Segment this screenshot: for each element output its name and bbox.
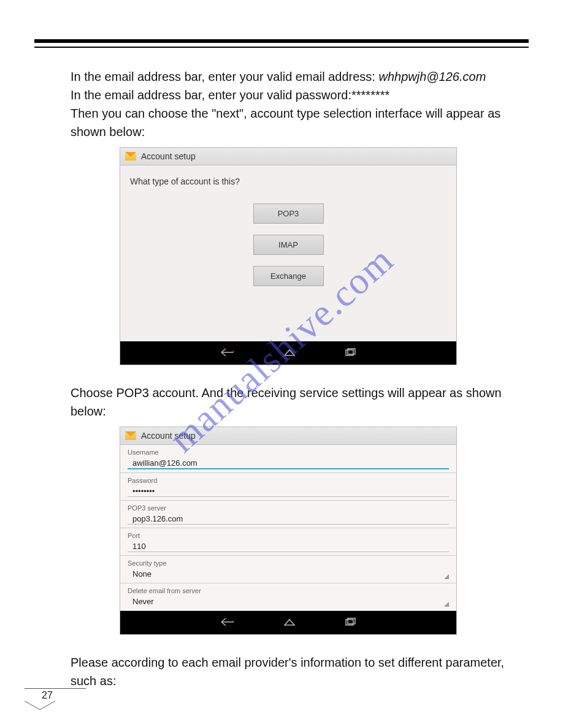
mail-icon xyxy=(125,431,136,440)
intro-email-example: whhpwjh@126.com xyxy=(378,70,486,83)
account-type-buttons: POP3 IMAP Exchange xyxy=(130,203,446,286)
recent-apps-icon[interactable] xyxy=(345,348,356,358)
footer-chevron-icon xyxy=(25,701,55,711)
password-row: Password •••••••• xyxy=(120,473,456,501)
page-footer: 27 xyxy=(25,688,86,711)
port-label: Port xyxy=(128,532,449,539)
screenshot2-body: Username awillian@126.com Password •••••… xyxy=(120,445,456,611)
back-icon[interactable] xyxy=(220,618,234,628)
intro-prefix: In the email address bar, enter your val… xyxy=(71,70,378,83)
screenshot1-header: Account setup xyxy=(120,148,456,165)
android-nav-bar xyxy=(120,611,456,634)
port-field[interactable]: 110 xyxy=(128,540,449,552)
screenshot1-body: What type of account is this? POP3 IMAP … xyxy=(120,165,456,341)
back-icon[interactable] xyxy=(220,348,234,358)
exchange-button[interactable]: Exchange xyxy=(253,266,324,286)
android-nav-bar xyxy=(120,341,456,365)
pop3-button[interactable]: POP3 xyxy=(253,203,324,224)
port-row: Port 110 xyxy=(120,528,456,556)
chevron-down-icon xyxy=(444,602,449,607)
delete-email-dropdown[interactable]: Never xyxy=(128,596,449,607)
page-number: 27 xyxy=(42,690,86,701)
screenshot2-header: Account setup xyxy=(120,427,456,445)
home-icon[interactable] xyxy=(283,348,296,358)
intro-line-2: In the email address bar, enter your val… xyxy=(71,86,529,104)
recent-apps-icon[interactable] xyxy=(345,618,356,628)
security-type-dropdown[interactable]: None xyxy=(128,568,449,580)
delete-email-row: Delete email from server Never xyxy=(120,583,456,611)
page-header-rules xyxy=(34,39,529,48)
page-content: In the email address bar, enter your val… xyxy=(71,67,529,690)
mid-paragraph: Choose POP3 account. And the receiving s… xyxy=(71,384,529,420)
username-label: Username xyxy=(128,449,449,456)
screenshot-account-type: Account setup What type of account is th… xyxy=(120,147,457,365)
username-field[interactable]: awillian@126.com xyxy=(128,457,449,469)
home-icon[interactable] xyxy=(283,618,296,628)
password-field[interactable]: •••••••• xyxy=(128,485,449,497)
username-row: Username awillian@126.com xyxy=(120,445,456,473)
delete-email-label: Delete email from server xyxy=(128,587,449,594)
pop3-server-row: POP3 server pop3.126.com xyxy=(120,501,456,528)
security-type-row: Security type None xyxy=(120,556,456,583)
imap-button[interactable]: IMAP xyxy=(253,235,324,255)
intro-line-3: Then you can choose the "next", account … xyxy=(71,104,529,141)
security-type-label: Security type xyxy=(128,559,449,567)
chevron-down-icon xyxy=(444,574,449,579)
pop3-server-label: POP3 server xyxy=(128,504,449,512)
account-type-prompt: What type of account is this? xyxy=(130,176,446,186)
outro-paragraph: Please according to each email provider'… xyxy=(71,653,529,690)
intro-line-1: In the email address bar, enter your val… xyxy=(71,67,529,86)
pop3-server-field[interactable]: pop3.126.com xyxy=(128,513,449,525)
mail-icon xyxy=(125,152,136,161)
screenshot2-title: Account setup xyxy=(141,431,196,441)
screenshot1-title: Account setup xyxy=(141,151,196,161)
screenshot-pop3-settings: Account setup Username awillian@126.com … xyxy=(120,427,457,635)
password-label: Password xyxy=(128,477,449,484)
